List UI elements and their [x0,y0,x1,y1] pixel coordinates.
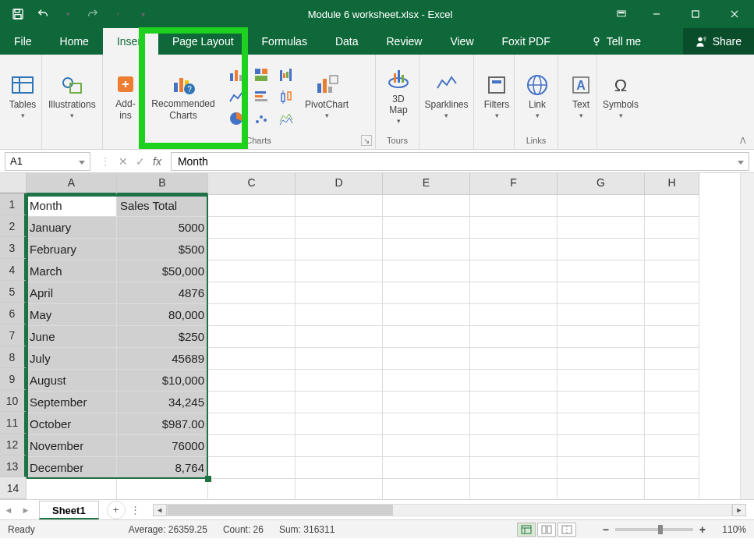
cell-D6[interactable] [296,304,383,326]
enter-formula-icon[interactable]: ✓ [136,155,145,168]
undo-dropdown-icon[interactable]: ▾ [56,2,80,26]
cell-G1[interactable] [558,195,645,217]
cell-C12[interactable] [208,435,296,457]
cell-D1[interactable] [296,195,383,217]
row-header-10[interactable]: 10 [0,390,27,412]
cell-E5[interactable] [383,282,470,304]
cell-D3[interactable] [296,239,383,261]
cell-E13[interactable] [383,457,470,479]
row-header-8[interactable]: 8 [0,346,27,368]
cell-C13[interactable] [208,457,296,479]
cell-H12[interactable] [645,435,699,457]
cell-E9[interactable] [383,370,470,392]
cell-C2[interactable] [208,217,296,239]
cell-H10[interactable] [645,392,699,413]
cell-D7[interactable] [296,326,383,348]
cell-F7[interactable] [470,326,558,348]
zoom-level[interactable]: 110% [712,524,746,535]
row-header-9[interactable]: 9 [0,368,27,390]
waterfall-chart-icon[interactable] [274,65,298,85]
view-page-layout-icon[interactable] [537,523,556,537]
cell-C4[interactable] [208,261,296,282]
sheet-nav-prev[interactable]: ◄ [0,505,17,515]
link-button[interactable]: Link ▾ [518,63,557,130]
cell-A4[interactable]: March [27,261,117,282]
cell-H4[interactable] [645,261,699,282]
cell-F11[interactable] [470,413,558,435]
select-all-corner[interactable] [0,173,27,193]
cell-B5[interactable]: 4876 [117,282,208,304]
tab-foxit-pdf[interactable]: Foxit PDF [488,28,565,55]
cell-E2[interactable] [383,217,470,239]
cell-F13[interactable] [470,457,558,479]
cell-C9[interactable] [208,370,296,392]
cell-B8[interactable]: 45689 [117,348,208,370]
view-page-break-icon[interactable] [558,523,576,537]
row-header-12[interactable]: 12 [0,434,27,455]
sheet-nav-next[interactable]: ► [17,505,34,515]
hierarchy-chart-icon[interactable] [250,65,273,85]
column-header-H[interactable]: H [645,173,699,195]
cell-D13[interactable] [296,457,383,479]
cell-A9[interactable]: August [27,370,117,392]
cell-A10[interactable]: September [27,392,117,413]
row-header-1[interactable]: 1 [0,193,27,215]
vertical-scrollbar[interactable] [740,173,754,499]
text-button[interactable]: A Text ▾ [561,63,600,130]
cell-A7[interactable]: June [27,326,117,348]
cell-C11[interactable] [208,413,296,435]
scroll-right-icon[interactable]: ► [732,504,746,516]
new-sheet-button[interactable]: + [107,501,126,519]
cell-C14[interactable] [208,479,296,499]
cell-F12[interactable] [470,435,558,457]
cell-H9[interactable] [645,370,699,392]
column-header-G[interactable]: G [558,173,645,195]
symbols-button[interactable]: Ω Symbols ▾ [600,63,641,130]
cell-G7[interactable] [558,326,645,348]
cell-G13[interactable] [558,457,645,479]
cell-E7[interactable] [383,326,470,348]
cancel-formula-icon[interactable]: ✕ [119,155,128,168]
cell-F3[interactable] [470,239,558,261]
charts-dialog-launcher[interactable]: ↘ [361,135,372,146]
cell-E3[interactable] [383,239,470,261]
3d-map-button[interactable]: 3D Map ▾ [379,63,418,130]
column-header-D[interactable]: D [296,173,383,195]
bar-chart-icon[interactable] [250,87,273,107]
row-header-14[interactable]: 14 [0,477,27,499]
cell-F14[interactable] [470,479,558,499]
scatter-chart-icon[interactable] [250,108,273,129]
tab-formulas[interactable]: Formulas [248,28,321,55]
redo-icon[interactable] [81,2,104,26]
cell-G5[interactable] [558,282,645,304]
formula-input[interactable]: Month [171,152,749,171]
sparklines-button[interactable]: Sparklines ▾ [423,63,470,130]
qat-customize-icon[interactable]: ▾ [131,2,154,26]
cell-E1[interactable] [383,195,470,217]
cell-D5[interactable] [296,282,383,304]
tab-file[interactable]: File [0,28,46,55]
cell-H13[interactable] [645,457,699,479]
sheet-tab-active[interactable]: Sheet1 [39,501,99,519]
cell-F5[interactable] [470,282,558,304]
cell-A3[interactable]: February [27,239,117,261]
cell-H11[interactable] [645,413,699,435]
column-header-E[interactable]: E [383,173,470,195]
cell-B2[interactable]: 5000 [117,217,208,239]
cell-G14[interactable] [558,479,645,499]
cell-D2[interactable] [296,217,383,239]
cell-A2[interactable]: January [27,217,117,239]
row-header-2[interactable]: 2 [0,215,27,237]
cell-B11[interactable]: $987.00 [117,413,208,435]
tab-home[interactable]: Home [46,28,103,55]
cell-D10[interactable] [296,392,383,413]
minimize-button[interactable] [637,0,676,28]
cell-E4[interactable] [383,261,470,282]
cell-C8[interactable] [208,348,296,370]
cell-C5[interactable] [208,282,296,304]
save-icon[interactable] [6,2,30,26]
cell-D12[interactable] [296,435,383,457]
row-header-6[interactable]: 6 [0,303,27,324]
column-header-A[interactable]: A [27,173,117,195]
cell-F8[interactable] [470,348,558,370]
